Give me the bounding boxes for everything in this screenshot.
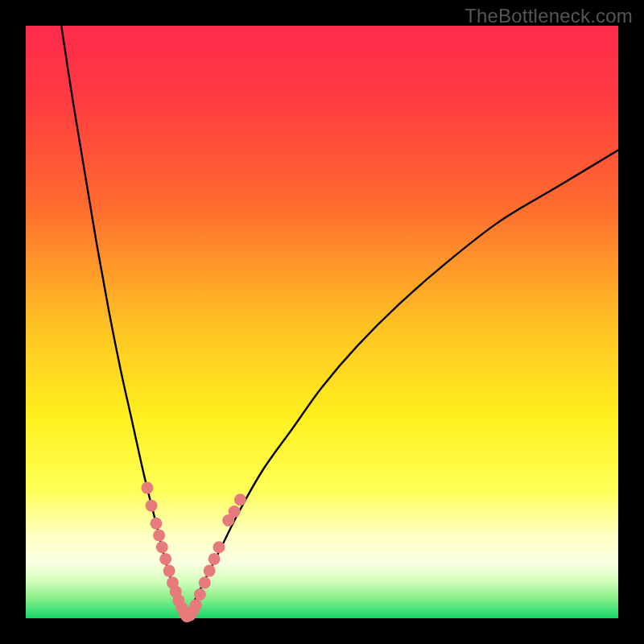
highlight-dots <box>141 482 246 623</box>
highlight-dot <box>229 506 241 518</box>
highlight-dot <box>204 565 216 577</box>
highlight-dot <box>141 482 153 494</box>
chart-frame: TheBottleneck.com <box>0 0 644 644</box>
watermark-text: TheBottleneck.com <box>464 5 633 27</box>
highlight-dot <box>146 500 158 512</box>
highlight-dot <box>150 518 162 530</box>
highlight-dot <box>208 553 221 565</box>
highlight-dot <box>194 588 206 601</box>
highlight-dot <box>234 493 246 506</box>
bottleneck-curve <box>26 26 618 618</box>
highlight-dot <box>213 541 225 553</box>
highlight-dot <box>163 565 175 577</box>
curve-left-branch <box>61 26 186 618</box>
highlight-dot <box>159 553 171 565</box>
highlight-dot <box>190 599 202 611</box>
curve-right-branch <box>186 151 618 618</box>
highlight-dot <box>199 576 211 588</box>
plot-area <box>26 26 618 618</box>
highlight-dot <box>156 541 168 553</box>
highlight-dot <box>153 529 165 541</box>
